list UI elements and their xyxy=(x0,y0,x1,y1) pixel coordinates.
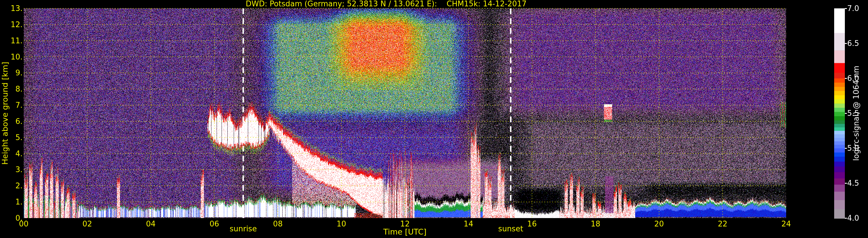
colorbar-tick-label: 6.0 xyxy=(847,74,859,82)
x-tick-label: 10 xyxy=(337,219,346,228)
x-tick-label: 24 xyxy=(781,219,791,228)
y-tick-label: 4. xyxy=(15,149,23,158)
x-tick-label: 16 xyxy=(527,219,537,228)
chart-title: DWD: Potsdam (Germany; 52.3813 N / 13.06… xyxy=(246,0,527,8)
y-axis-label: Height above ground [km] xyxy=(1,62,9,165)
heatmap-canvas xyxy=(0,0,868,238)
x-tick-label: 02 xyxy=(83,219,92,228)
y-tick-label: 2. xyxy=(15,181,23,190)
x-tick-label: 12 xyxy=(400,219,409,228)
colorbar-tick-label: 5.5 xyxy=(847,109,859,117)
y-tick-label: 6. xyxy=(15,117,23,126)
colorbar-tick-label: 7.0 xyxy=(847,4,859,13)
x-tick-label: 06 xyxy=(209,219,219,228)
y-tick-label: 11. xyxy=(11,36,23,45)
y-tick-label: 9. xyxy=(15,68,23,77)
colorbar-tick-label: 4.5 xyxy=(847,179,859,188)
y-tick-label: 10. xyxy=(11,53,23,61)
y-tick-label: 0. xyxy=(15,214,23,223)
sunrise-annotation: sunrise xyxy=(230,225,257,233)
x-tick-label: 22 xyxy=(718,219,727,228)
y-tick-label: 5. xyxy=(15,133,23,142)
ceilometer-quicklook: DWD: Potsdam (Germany; 52.3813 N / 13.06… xyxy=(0,0,868,238)
colorbar-tick-label: 5.0 xyxy=(847,144,859,152)
sunset-annotation: sunset xyxy=(498,225,523,233)
y-tick-label: 13. xyxy=(11,4,23,13)
x-tick-label: 08 xyxy=(273,219,283,228)
x-axis-label: Time [UTC] xyxy=(383,227,426,236)
y-tick-label: 12. xyxy=(11,20,23,29)
y-tick-label: 3. xyxy=(15,165,23,174)
colorbar-tick-label: 4.0 xyxy=(847,214,859,223)
y-tick-label: 8. xyxy=(15,84,23,93)
x-tick-label: 20 xyxy=(654,219,664,228)
x-tick-label: 04 xyxy=(146,219,156,228)
x-tick-label: 14 xyxy=(464,219,473,228)
colorbar-tick-label: 6.5 xyxy=(847,39,859,48)
y-tick-label: 1. xyxy=(15,198,23,206)
x-tick-label: 18 xyxy=(591,219,600,228)
y-tick-label: 7. xyxy=(15,101,23,109)
